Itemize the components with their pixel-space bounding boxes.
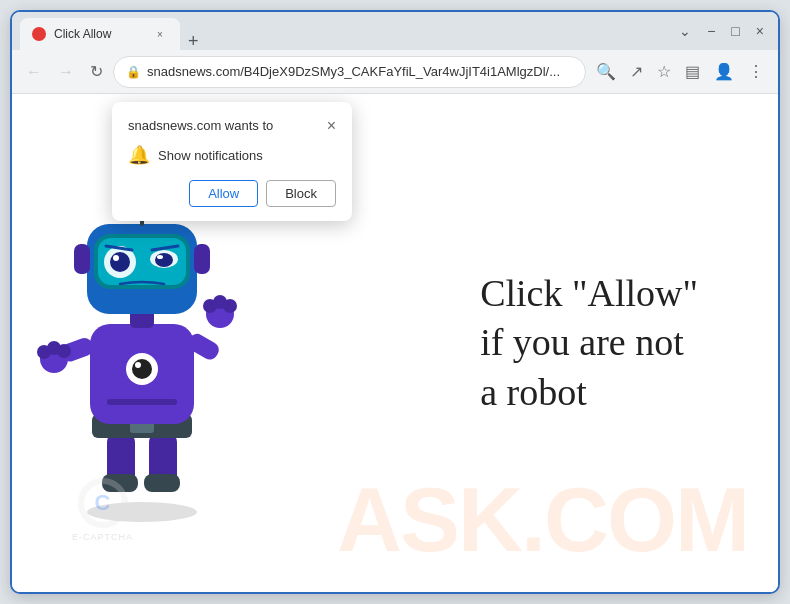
- toolbar-icons: 🔍 ↗ ☆ ▤ 👤 ⋮: [590, 58, 770, 85]
- share-icon-button[interactable]: ↗: [624, 58, 649, 85]
- main-text-line1: Click "Allow": [480, 269, 698, 318]
- popup-buttons: Allow Block: [128, 180, 336, 207]
- tab-strip: Click Allow × +: [20, 12, 665, 50]
- menu-icon-button[interactable]: ⋮: [742, 58, 770, 85]
- svg-rect-35: [194, 244, 210, 274]
- svg-point-10: [135, 362, 141, 368]
- back-button[interactable]: ←: [20, 59, 48, 85]
- allow-button[interactable]: Allow: [189, 180, 258, 207]
- address-bar[interactable]: 🔒 snadsnews.com/B4DjeX9DzSMy3_CAKFaYfiL_…: [113, 56, 586, 88]
- captcha-logo-letter: C: [95, 490, 111, 516]
- popup-title: snadsnews.com wants to: [128, 118, 273, 133]
- captcha-logo-circle: C: [78, 478, 128, 528]
- block-button[interactable]: Block: [266, 180, 336, 207]
- forward-button[interactable]: →: [52, 59, 80, 85]
- notification-popup: snadsnews.com wants to × 🔔 Show notifica…: [112, 102, 352, 221]
- sidebar-icon-button[interactable]: ▤: [679, 58, 706, 85]
- new-tab-button[interactable]: +: [180, 32, 207, 50]
- page-content: snadsnews.com wants to × 🔔 Show notifica…: [12, 94, 778, 592]
- popup-notification-text: Show notifications: [158, 148, 263, 163]
- maximize-button[interactable]: □: [725, 21, 745, 41]
- svg-point-9: [132, 359, 152, 379]
- captcha-label: E-CAPTCHA: [72, 532, 133, 542]
- svg-point-16: [57, 344, 71, 358]
- tab-title: Click Allow: [54, 27, 144, 41]
- close-button[interactable]: ×: [750, 21, 770, 41]
- title-bar: Click Allow × + ⌄ − □ ×: [12, 12, 778, 50]
- svg-point-21: [223, 299, 237, 313]
- popup-close-button[interactable]: ×: [327, 118, 336, 134]
- toolbar: ← → ↻ 🔒 snadsnews.com/B4DjeX9DzSMy3_CAKF…: [12, 50, 778, 94]
- popup-notification-row: 🔔 Show notifications: [128, 144, 336, 166]
- main-text: Click "Allow" if you are not a robot: [480, 269, 698, 417]
- popup-header: snadsnews.com wants to ×: [128, 118, 336, 134]
- reload-button[interactable]: ↻: [84, 58, 109, 85]
- url-text: snadsnews.com/B4DjeX9DzSMy3_CAKFaYfiL_Va…: [147, 64, 573, 79]
- bell-icon: 🔔: [128, 144, 150, 166]
- bookmark-icon-button[interactable]: ☆: [651, 58, 677, 85]
- search-icon-button[interactable]: 🔍: [590, 58, 622, 85]
- profile-icon-button[interactable]: 👤: [708, 58, 740, 85]
- svg-point-27: [110, 252, 130, 272]
- lock-icon: 🔒: [126, 65, 141, 79]
- tab-close-button[interactable]: ×: [152, 26, 168, 42]
- main-text-line3: a robot: [480, 368, 698, 417]
- chevron-icon[interactable]: ⌄: [673, 21, 697, 41]
- svg-rect-4: [144, 474, 180, 492]
- svg-rect-11: [107, 399, 177, 405]
- window-controls: ⌄ − □ ×: [673, 21, 770, 41]
- svg-point-30: [155, 253, 173, 267]
- watermark: ASK.COM: [337, 469, 748, 572]
- svg-point-31: [157, 255, 163, 259]
- minimize-button[interactable]: −: [701, 21, 721, 41]
- captcha-logo: C E-CAPTCHA: [72, 478, 133, 542]
- browser-window: Click Allow × + ⌄ − □ × ← → ↻ 🔒 snadsnew…: [10, 10, 780, 594]
- tab-favicon: [32, 27, 46, 41]
- main-text-line2: if you are not: [480, 318, 698, 367]
- svg-rect-34: [74, 244, 90, 274]
- active-tab[interactable]: Click Allow ×: [20, 18, 180, 50]
- svg-point-28: [113, 255, 119, 261]
